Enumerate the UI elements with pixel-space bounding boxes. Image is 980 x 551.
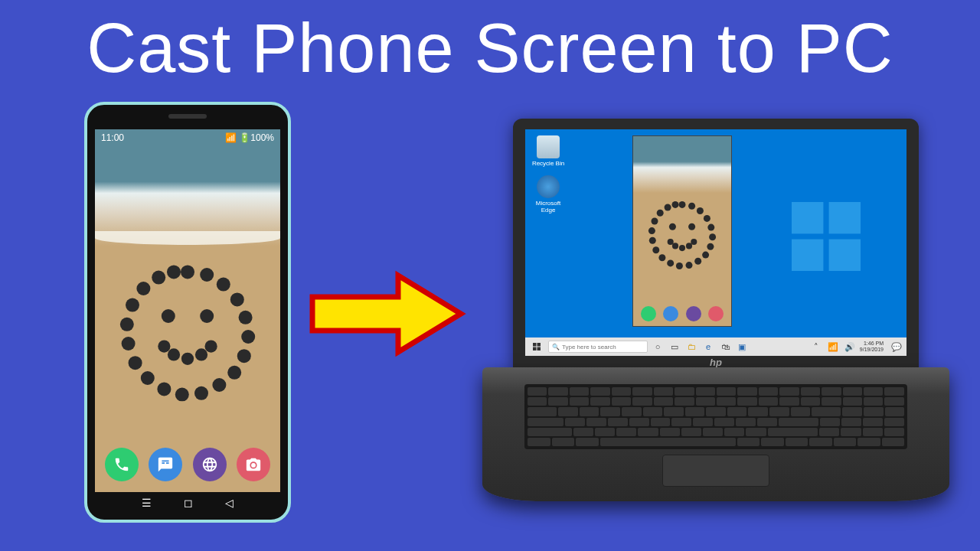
svg-point-42	[686, 262, 693, 269]
svg-point-2	[217, 277, 230, 291]
svg-point-0	[181, 265, 194, 279]
svg-point-53	[669, 223, 676, 230]
svg-rect-60	[533, 343, 537, 347]
svg-point-54	[688, 223, 695, 230]
cast-mirror-window[interactable]	[632, 135, 732, 327]
svg-point-34	[688, 203, 695, 210]
svg-point-10	[175, 387, 189, 401]
svg-point-37	[707, 224, 714, 231]
svg-point-47	[649, 237, 656, 244]
mirror-browser-icon	[686, 306, 701, 321]
phone-screen: 11:00 📶 🔋100%	[95, 129, 280, 492]
svg-point-45	[658, 255, 665, 262]
svg-point-39	[707, 243, 714, 250]
camera-app-icon[interactable]	[237, 448, 270, 481]
svg-point-8	[212, 378, 226, 392]
messages-app-icon[interactable]	[149, 448, 182, 481]
laptop-lid: Recycle Bin Microsoft Edge	[513, 119, 919, 371]
windows-taskbar: 🔍 Type here to search ○ ▭ 🗀 e 🛍 ▣ ˄ 📶 🔊 …	[525, 337, 906, 356]
file-explorer-icon[interactable]: 🗀	[684, 341, 698, 353]
status-time: 11:00	[101, 132, 124, 143]
task-view-icon[interactable]: ▭	[668, 341, 681, 353]
laptop-keyboard	[524, 384, 907, 449]
store-icon[interactable]: 🛍	[718, 341, 732, 353]
taskbar-clock[interactable]: 1:46 PM 9/19/2019	[860, 341, 887, 352]
mirror-wallpaper-sea	[633, 136, 731, 193]
windows-background-logo	[792, 202, 861, 271]
phone-dock	[95, 448, 280, 481]
mirror-smiley	[648, 201, 717, 269]
svg-point-57	[679, 245, 685, 251]
recycle-bin-icon[interactable]: Recycle Bin	[531, 135, 565, 167]
svg-point-43	[676, 262, 683, 269]
svg-point-24	[181, 352, 194, 364]
svg-rect-62	[533, 347, 537, 351]
notifications-icon[interactable]: 💬	[890, 341, 903, 353]
svg-point-49	[652, 218, 658, 225]
smartphone-device: 11:00 📶 🔋100%	[84, 102, 291, 523]
status-battery: 📶 🔋100%	[225, 132, 274, 143]
taskbar-search[interactable]: 🔍 Type here to search	[548, 341, 648, 353]
svg-point-38	[709, 234, 716, 241]
svg-point-13	[129, 356, 142, 370]
connect-app-icon[interactable]: ▣	[735, 341, 749, 353]
svg-point-21	[200, 309, 214, 323]
svg-rect-29	[792, 202, 823, 233]
laptop-trackpad	[662, 455, 769, 487]
arrow-icon	[306, 268, 467, 360]
browser-app-icon[interactable]	[193, 448, 227, 481]
svg-point-18	[152, 270, 165, 284]
nav-back-icon[interactable]: ◁	[225, 497, 234, 514]
svg-point-52	[672, 201, 679, 208]
volume-icon[interactable]: 🔊	[843, 341, 857, 353]
svg-point-19	[167, 265, 181, 279]
wallpaper-smiley	[119, 263, 256, 401]
svg-rect-61	[537, 343, 541, 347]
svg-point-15	[120, 317, 134, 331]
mirror-phone-icon	[641, 306, 656, 321]
svg-point-16	[126, 298, 139, 311]
mirror-dock	[633, 306, 731, 321]
svg-point-56	[672, 243, 678, 249]
tray-up-icon[interactable]: ˄	[809, 341, 823, 353]
svg-point-12	[141, 371, 155, 385]
network-icon[interactable]: 📶	[826, 341, 840, 353]
start-button[interactable]	[528, 340, 545, 354]
svg-point-55	[668, 239, 674, 245]
svg-rect-31	[792, 240, 823, 271]
phone-app-icon[interactable]	[105, 448, 139, 481]
svg-point-4	[239, 310, 253, 324]
wallpaper-sea	[95, 129, 280, 246]
search-icon: 🔍	[552, 344, 560, 350]
svg-point-11	[157, 382, 171, 396]
svg-point-51	[665, 204, 671, 211]
svg-marker-28	[312, 276, 461, 352]
edge-browser-icon[interactable]: Microsoft Edge	[531, 175, 565, 214]
svg-point-22	[158, 340, 170, 352]
svg-point-58	[686, 243, 692, 249]
svg-point-1	[200, 268, 214, 282]
content-area: 11:00 📶 🔋100%	[0, 88, 980, 532]
svg-point-3	[230, 292, 244, 306]
svg-point-48	[648, 227, 655, 234]
svg-rect-30	[829, 202, 861, 233]
svg-point-7	[227, 365, 241, 379]
svg-point-25	[195, 348, 207, 360]
edge-taskbar-icon[interactable]: e	[701, 341, 715, 353]
svg-point-41	[694, 258, 701, 265]
svg-point-27	[251, 463, 256, 468]
svg-point-44	[667, 260, 674, 267]
nav-recents-icon[interactable]: ☰	[142, 497, 152, 514]
svg-point-6	[237, 349, 251, 363]
mirror-camera-icon	[708, 306, 724, 321]
laptop-brand-logo: hp	[710, 357, 722, 368]
svg-rect-63	[537, 347, 541, 351]
nav-home-icon[interactable]: ◻	[184, 497, 193, 514]
svg-point-17	[136, 282, 150, 295]
svg-point-33	[679, 201, 686, 208]
page-title: Cast Phone Screen to PC	[0, 0, 980, 88]
svg-point-35	[697, 207, 704, 214]
wallpaper-wave	[95, 231, 280, 245]
cortana-icon[interactable]: ○	[651, 341, 665, 353]
phone-speaker	[168, 114, 207, 119]
